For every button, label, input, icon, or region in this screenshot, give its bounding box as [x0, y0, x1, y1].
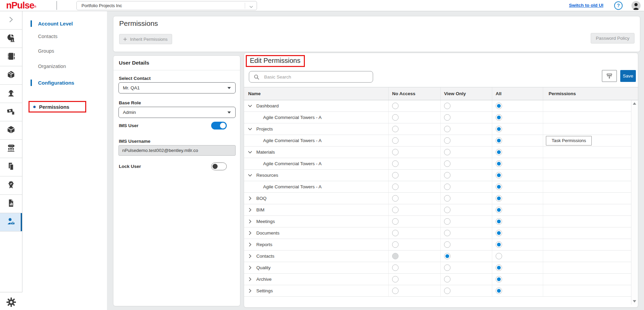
expand-collapse-all-button[interactable] [602, 70, 617, 82]
radio-all[interactable] [496, 160, 502, 167]
radio-no-access[interactable] [392, 114, 399, 121]
radio-no-access[interactable] [392, 218, 399, 225]
radio-no-access[interactable] [392, 172, 399, 178]
chevron-right-icon[interactable] [247, 288, 256, 294]
radio-no-access[interactable] [392, 253, 399, 259]
save-button[interactable]: Save [620, 70, 636, 82]
radio-no-access[interactable] [392, 207, 399, 213]
table-scrollbar[interactable] [631, 100, 637, 305]
rail-item-boq[interactable] [0, 103, 22, 121]
rail-item-contacts[interactable] [0, 48, 22, 66]
radio-no-access[interactable] [392, 126, 399, 132]
rail-collapse-expand-button[interactable] [0, 11, 22, 30]
radio-all[interactable] [496, 149, 502, 155]
radio-no-access[interactable] [392, 137, 399, 144]
radio-all[interactable] [496, 184, 502, 190]
password-policy-button[interactable]: Password Policy [591, 33, 634, 44]
radio-view-only[interactable] [444, 288, 450, 294]
settings-gear-icon[interactable] [6, 297, 17, 308]
chevron-right-icon[interactable] [247, 265, 256, 271]
radio-view-only[interactable] [444, 264, 450, 271]
user-avatar[interactable] [631, 1, 641, 10]
radio-all[interactable] [496, 264, 502, 271]
radio-all[interactable] [496, 114, 502, 121]
scroll-down-arrow[interactable] [633, 300, 636, 303]
base-role-dropdown[interactable]: Admin [118, 107, 236, 118]
chevron-right-icon[interactable] [247, 277, 256, 282]
lock-user-toggle[interactable] [211, 162, 227, 170]
radio-all[interactable] [496, 103, 502, 109]
chevron-right-icon[interactable] [247, 207, 256, 213]
radio-view-only[interactable] [444, 137, 450, 144]
radio-no-access[interactable] [392, 288, 399, 294]
sidebar-item-contacts[interactable]: Contacts [22, 32, 107, 41]
radio-no-access[interactable] [392, 195, 399, 202]
rail-item-meetings[interactable] [0, 140, 22, 158]
rail-item-quality[interactable] [0, 176, 22, 195]
sidebar-item-groups[interactable]: Groups [22, 47, 107, 55]
radio-view-only[interactable] [444, 172, 450, 178]
chevron-right-icon[interactable] [247, 196, 256, 201]
help-icon[interactable]: ? [614, 1, 623, 10]
sidebar-item-permissions[interactable]: Permissions [39, 104, 69, 110]
radio-view-only[interactable] [444, 230, 450, 236]
rail-item-dashboard[interactable] [0, 30, 22, 48]
task-permissions-button[interactable]: Task Permissions [546, 136, 592, 145]
radio-view-only[interactable] [444, 195, 450, 202]
radio-view-only[interactable] [444, 207, 450, 213]
chevron-down-icon[interactable] [249, 3, 254, 12]
chevron-right-icon[interactable] [247, 230, 256, 236]
radio-view-only[interactable] [444, 218, 450, 225]
company-selector[interactable]: Portfolio Projects Inc [76, 1, 257, 10]
radio-no-access[interactable] [392, 264, 399, 271]
chevron-down-icon[interactable] [247, 173, 256, 178]
radio-no-access[interactable] [392, 160, 399, 167]
rail-item-bim[interactable] [0, 121, 22, 140]
ims-user-toggle[interactable] [211, 122, 227, 130]
radio-all[interactable] [496, 230, 502, 236]
radio-all[interactable] [496, 207, 502, 213]
switch-to-old-ui-link[interactable]: Switch to old UI [569, 0, 603, 11]
rail-item-resources[interactable] [0, 85, 22, 103]
sidebar-item-configurations[interactable]: Configurations [22, 78, 107, 87]
radio-view-only[interactable] [444, 253, 450, 259]
rail-item-reports[interactable] [0, 195, 22, 213]
ims-username-field[interactable]: nPulsedemo.test002@bentley.m8r.co [118, 145, 236, 156]
radio-view-only[interactable] [444, 184, 450, 190]
radio-no-access[interactable] [392, 241, 399, 248]
radio-view-only[interactable] [444, 103, 450, 109]
radio-all[interactable] [496, 126, 502, 132]
radio-no-access[interactable] [392, 149, 399, 155]
rail-item-user-permissions[interactable] [0, 213, 22, 231]
radio-no-access[interactable] [392, 184, 399, 190]
chevron-right-icon[interactable] [247, 219, 256, 224]
radio-view-only[interactable] [444, 160, 450, 167]
chevron-down-icon[interactable] [247, 150, 256, 155]
radio-all[interactable] [496, 253, 502, 259]
chevron-right-icon[interactable] [247, 242, 256, 247]
radio-all[interactable] [496, 172, 502, 178]
radio-view-only[interactable] [444, 114, 450, 121]
radio-no-access[interactable] [392, 276, 399, 282]
radio-all[interactable] [496, 276, 502, 282]
radio-all[interactable] [496, 218, 502, 225]
chevron-down-icon[interactable] [247, 126, 256, 132]
sidebar-item-account-level[interactable]: Account Level [22, 19, 107, 28]
radio-no-access[interactable] [392, 230, 399, 236]
radio-view-only[interactable] [444, 126, 450, 132]
scroll-up-arrow[interactable] [633, 102, 636, 105]
radio-all[interactable] [496, 195, 502, 202]
chevron-right-icon[interactable] [247, 254, 256, 259]
rail-item-materials[interactable] [0, 66, 22, 85]
radio-view-only[interactable] [444, 149, 450, 155]
sidebar-item-organization[interactable]: Organization [22, 62, 107, 71]
radio-all[interactable] [496, 137, 502, 144]
radio-all[interactable] [496, 241, 502, 248]
inherit-permissions-button[interactable]: Inherit Permissions [119, 34, 172, 44]
radio-view-only[interactable] [444, 241, 450, 248]
rail-item-documents[interactable] [0, 158, 22, 176]
radio-view-only[interactable] [444, 276, 450, 282]
select-contact-dropdown[interactable]: Mr. QA1 [118, 82, 236, 93]
search-input[interactable] [249, 71, 373, 82]
chevron-down-icon[interactable] [247, 103, 256, 109]
